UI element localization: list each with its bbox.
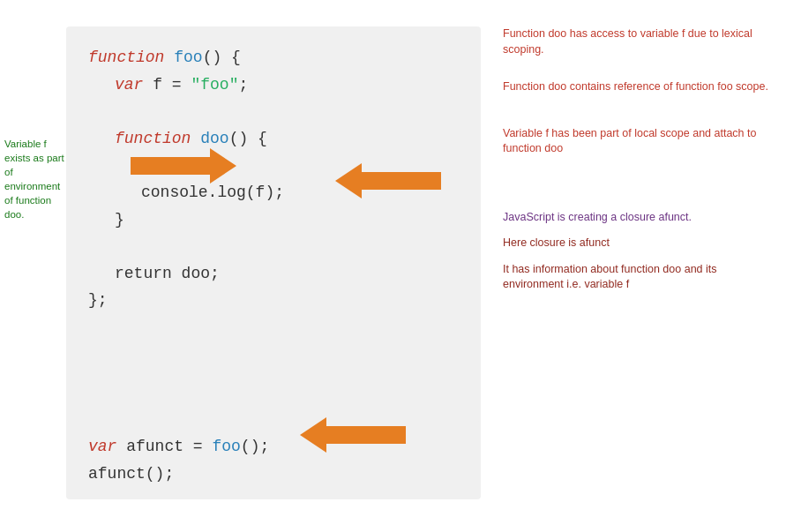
- annotation-left: Variable f exists as part of environment…: [4, 137, 71, 222]
- code-line-1: function foo() {: [88, 44, 459, 71]
- annotation-right-6: It has information about function doo an…: [503, 262, 776, 293]
- code-line-2: var f = "foo";: [115, 71, 459, 99]
- annotation-right-1: Function doo has access to variable f du…: [503, 26, 776, 57]
- code-line-7: }: [115, 206, 459, 234]
- arrow-left-afunct: [300, 417, 406, 456]
- annotation-right-5: Here closure is afunct: [503, 236, 776, 251]
- code-line-10: };: [88, 287, 459, 314]
- arrow-left-afunct-icon: [300, 417, 406, 453]
- annotation-right-2: Function doo contains reference of funct…: [503, 79, 776, 95]
- code-line-9: return doo;: [115, 260, 459, 288]
- arrow-right-doo: [131, 148, 236, 187]
- code-line-afunct2: afunct();: [88, 461, 459, 488]
- arrow-right-icon: [131, 148, 236, 184]
- code-line-3: [88, 98, 459, 125]
- arrow-left-icon: [335, 163, 441, 199]
- code-panel-bottom: var afunct = foo(); afunct();: [66, 421, 481, 499]
- arrow-left-doo-ref: [335, 163, 441, 202]
- code-line-8: [88, 233, 459, 260]
- annotations-right: Function doo has access to variable f du…: [503, 26, 776, 303]
- annotation-right-4: JavaScript is creating a closure afunct.: [503, 210, 776, 226]
- annotation-right-3: Variable f has been part of local scope …: [503, 126, 776, 157]
